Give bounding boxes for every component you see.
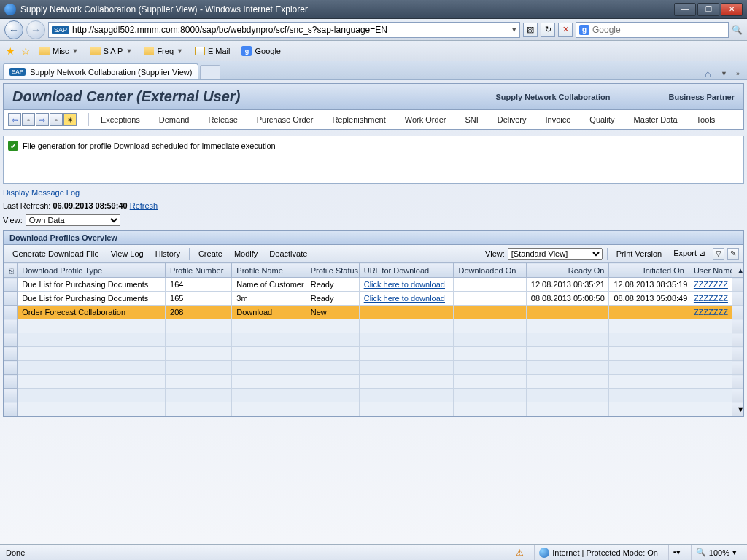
search-box[interactable]: g (576, 22, 729, 38)
scroll-track[interactable] (732, 375, 743, 389)
scroll-track[interactable] (732, 319, 743, 333)
col-header[interactable]: Downloaded On (454, 263, 526, 278)
menu-exceptions[interactable]: Exceptions (95, 112, 146, 127)
user-link[interactable]: ZZZZZZZ (694, 280, 728, 289)
menu-purchase-order[interactable]: Purchase Order (251, 112, 320, 127)
scroll-track[interactable] (732, 333, 743, 347)
dropdown-icon[interactable]: ▾ (512, 25, 516, 34)
scroll-track[interactable] (732, 347, 743, 361)
close-button[interactable]: ✕ (721, 3, 743, 16)
print-version-button[interactable]: Print Version (612, 248, 666, 260)
new-tab-button[interactable] (200, 65, 220, 79)
menu-tools[interactable]: Tools (691, 112, 721, 127)
scroll-track[interactable] (732, 292, 743, 306)
view-select[interactable]: Own Data (26, 214, 120, 226)
table-row[interactable]: Due List for Purchasing Documents1653mRe… (4, 292, 743, 306)
nav-forward-icon[interactable]: ⇨ (36, 113, 49, 126)
download-link[interactable]: Click here to download (364, 294, 445, 303)
browser-tab[interactable]: SAP Supply Network Collaboration (Suppli… (3, 63, 198, 79)
scroll-track[interactable] (732, 306, 743, 319)
menu-invoice[interactable]: Invoice (540, 112, 577, 127)
chevron-right-icon[interactable]: » (736, 70, 740, 77)
export-button[interactable]: Export ⊿ (669, 247, 710, 260)
download-link[interactable]: Click here to download (364, 280, 445, 289)
row-handle[interactable] (4, 278, 18, 292)
chevron-down-icon: ▼ (72, 47, 79, 55)
menu-work-order[interactable]: Work Order (399, 112, 452, 127)
user-link[interactable]: ZZZZZZZ (694, 294, 728, 303)
folder-icon (90, 47, 101, 55)
menu-sni[interactable]: SNI (459, 112, 484, 127)
deactivate-button[interactable]: Deactivate (265, 248, 311, 260)
cell-url: Click here to download (359, 292, 454, 306)
sap-favicon: SAP (52, 26, 69, 34)
fav-misc[interactable]: Misc▼ (36, 45, 82, 57)
search-input[interactable] (592, 25, 725, 35)
settings-icon[interactable]: ✎ (727, 248, 739, 260)
maximize-button[interactable]: ❐ (697, 3, 719, 16)
col-header[interactable]: Initiated On (609, 263, 689, 278)
nav-history2-icon[interactable]: ▫ (50, 113, 63, 126)
col-header[interactable]: User Name (689, 263, 732, 278)
col-header[interactable]: URL for Download (359, 263, 454, 278)
select-all-handle[interactable]: ⎘ (4, 263, 18, 278)
menu-replenishment[interactable]: Replenishment (326, 112, 391, 127)
security-zone[interactable]: Internet | Protected Mode: On (534, 545, 662, 560)
user-link[interactable]: ZZZZZZZ (694, 308, 728, 316)
search-icon[interactable]: 🔍 (732, 25, 743, 35)
stop-button[interactable]: ✕ (558, 23, 573, 37)
add-favorite-icon[interactable]: ☆ (21, 45, 31, 57)
col-header[interactable]: Profile Number (166, 263, 232, 278)
fav-email[interactable]: E Mail (192, 45, 233, 57)
table-row[interactable]: Due List for Purchasing Documents164Name… (4, 278, 743, 292)
row-handle[interactable] (4, 292, 18, 306)
home-icon[interactable]: ⌂ (705, 68, 716, 79)
history-button[interactable]: History (151, 248, 185, 260)
fav-sap[interactable]: S A P▼ (88, 45, 136, 57)
row-handle[interactable] (4, 306, 18, 319)
filter-icon[interactable]: ▽ (713, 248, 724, 260)
view-log-button[interactable]: View Log (107, 248, 148, 260)
col-header[interactable]: Ready On (526, 263, 609, 278)
create-button[interactable]: Create (194, 248, 227, 260)
col-header[interactable]: Download Profile Type (18, 263, 166, 278)
tab-label: Supply Network Collaboration (Supplier V… (30, 68, 192, 77)
fav-google[interactable]: gGoogle (239, 44, 283, 58)
forward-button[interactable]: → (26, 20, 45, 39)
modify-button[interactable]: Modify (230, 248, 262, 260)
scroll-track[interactable] (732, 389, 743, 402)
generate-download-file-button[interactable]: Generate Download File (8, 248, 104, 260)
col-header[interactable]: Profile Status (306, 263, 359, 278)
nav-back-icon[interactable]: ⇦ (8, 113, 21, 126)
popup-blocker[interactable]: ▪▾ (668, 545, 685, 560)
menu-delivery[interactable]: Delivery (492, 112, 533, 127)
zoom-control[interactable]: 🔍 100% ▾ (691, 545, 741, 560)
menu-quality[interactable]: Quality (584, 112, 620, 127)
minimize-button[interactable]: — (674, 3, 696, 16)
menu-demand[interactable]: Demand (153, 112, 196, 127)
table-row-empty (4, 333, 743, 347)
scroll-track[interactable] (732, 361, 743, 375)
toolbar-view-select[interactable]: [Standard View] (508, 248, 603, 260)
table-row[interactable]: Order Forecast Collaboration208DownloadN… (4, 306, 743, 319)
back-button[interactable]: ← (4, 20, 23, 39)
compat-button[interactable]: ▧ (523, 23, 538, 37)
fav-freq[interactable]: Freq▼ (141, 45, 186, 57)
nav-fullscreen-icon[interactable]: ✶ (63, 113, 77, 126)
display-message-log-link[interactable]: Display Message Log (3, 188, 80, 197)
menu-release[interactable]: Release (202, 112, 243, 127)
header-text: Business Partner (669, 93, 735, 101)
scroll-up-icon[interactable]: ▲ (732, 263, 743, 278)
refresh-button[interactable]: ↻ (541, 23, 555, 37)
menu-master-data[interactable]: Master Data (628, 112, 684, 127)
table-row-empty (4, 347, 743, 361)
url-input[interactable] (72, 25, 509, 35)
scroll-track[interactable] (732, 278, 743, 292)
scroll-track[interactable]: ▼ (732, 402, 743, 416)
success-icon: ✔ (8, 141, 18, 151)
nav-history-icon[interactable]: ▫ (22, 113, 35, 126)
refresh-link[interactable]: Refresh (130, 201, 158, 210)
address-bar[interactable]: SAP ▾ (48, 22, 520, 38)
col-header[interactable]: Profile Name (232, 263, 306, 278)
favorites-star-icon[interactable]: ★ (6, 45, 15, 57)
